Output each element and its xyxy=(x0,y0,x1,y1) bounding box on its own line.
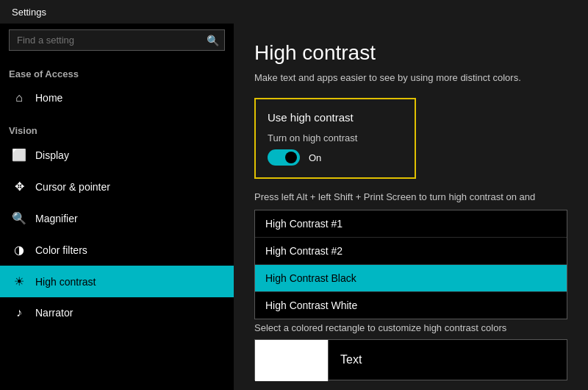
swatch-text-area: Text xyxy=(329,340,567,380)
high-contrast-icon: ☀ xyxy=(12,274,26,288)
search-button[interactable]: 🔍 xyxy=(205,33,220,48)
shortcut-text: Press left Alt + left Shift + Print Scre… xyxy=(254,191,567,204)
search-input[interactable] xyxy=(9,29,225,51)
search-wrapper: 🔍 xyxy=(9,29,225,51)
use-high-contrast-title: Use high contrast xyxy=(268,111,403,124)
sidebar-item-cursor-label: Cursor & pointer xyxy=(35,181,110,193)
toggle-track[interactable] xyxy=(268,149,300,166)
title-bar-label: Settings xyxy=(12,7,46,18)
sidebar-item-high-contrast-label: High contrast xyxy=(35,276,96,288)
sidebar-item-magnifier-label: Magnifier xyxy=(35,213,78,224)
page-description: Make text and apps easier to see by usin… xyxy=(254,72,567,83)
sidebar-item-high-contrast[interactable]: ☀ High contrast xyxy=(0,266,234,297)
contrast-option-2[interactable]: High Contrast #2 xyxy=(255,238,567,265)
sidebar-item-cursor-pointer[interactable]: ✥ Cursor & pointer xyxy=(0,171,234,202)
ease-of-access-label: Ease of Access xyxy=(0,63,234,82)
sidebar-item-magnifier[interactable]: 🔍 Magnifier xyxy=(0,202,234,234)
color-preview-label: Select a colored rectangle to customize … xyxy=(254,322,567,333)
search-container: 🔍 xyxy=(0,24,234,57)
toggle-on-label: On xyxy=(309,152,321,163)
contrast-option-1[interactable]: High Contrast #1 xyxy=(255,210,567,238)
cursor-icon: ✥ xyxy=(12,180,26,194)
contrast-options-list: High Contrast #1 High Contrast #2 High C… xyxy=(254,210,567,319)
main-layout: 🔍 Ease of Access ⌂ Home Vision ⬜ Display… xyxy=(0,24,588,390)
color-swatches: Text xyxy=(254,339,567,380)
color-filters-icon: ◑ xyxy=(12,243,26,257)
title-bar: Settings xyxy=(0,0,588,24)
toggle-thumb xyxy=(285,152,297,163)
content-area: High contrast Make text and apps easier … xyxy=(234,24,588,390)
toggle-row: On xyxy=(268,149,403,166)
sidebar: 🔍 Ease of Access ⌂ Home Vision ⬜ Display… xyxy=(0,24,234,390)
narrator-icon: ♪ xyxy=(12,306,26,319)
vision-label: Vision xyxy=(0,113,234,139)
sidebar-item-narrator-label: Narrator xyxy=(35,307,73,319)
use-high-contrast-box: Use high contrast Turn on high contrast … xyxy=(254,98,416,179)
contrast-option-4[interactable]: High Contrast White xyxy=(255,292,567,319)
magnifier-icon: 🔍 xyxy=(12,211,26,225)
high-contrast-toggle[interactable] xyxy=(268,149,300,166)
sidebar-item-display[interactable]: ⬜ Display xyxy=(0,139,234,171)
sidebar-item-color-filters-label: Color filters xyxy=(35,244,87,256)
sidebar-item-home-label: Home xyxy=(35,92,62,104)
swatch-text-label: Text xyxy=(340,353,362,366)
sidebar-item-narrator[interactable]: ♪ Narrator xyxy=(0,297,234,328)
sidebar-item-color-filters[interactable]: ◑ Color filters xyxy=(0,234,234,266)
sidebar-item-home[interactable]: ⌂ Home xyxy=(0,82,234,113)
toggle-label: Turn on high contrast xyxy=(268,132,403,143)
contrast-option-3[interactable]: High Contrast Black xyxy=(255,265,567,292)
color-swatch-white[interactable] xyxy=(255,340,329,381)
display-icon: ⬜ xyxy=(12,148,26,162)
sidebar-item-display-label: Display xyxy=(35,149,69,161)
page-title: High contrast xyxy=(254,41,567,65)
home-icon: ⌂ xyxy=(12,91,26,104)
